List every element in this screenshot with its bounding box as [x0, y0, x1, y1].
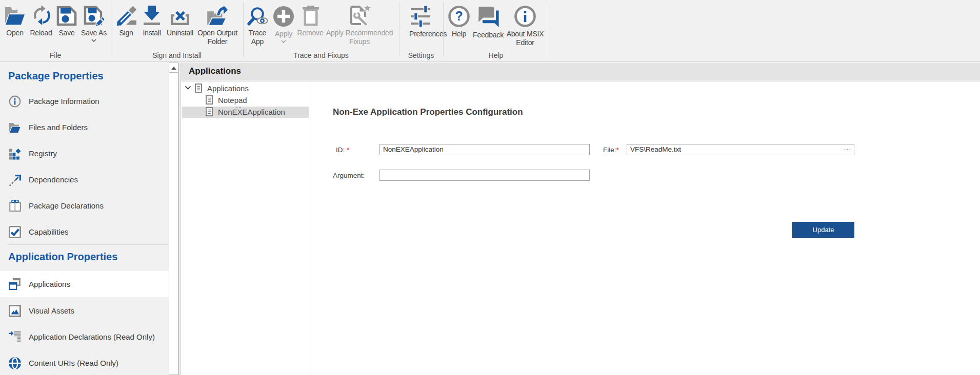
svg-text:?: ? [455, 9, 463, 23]
